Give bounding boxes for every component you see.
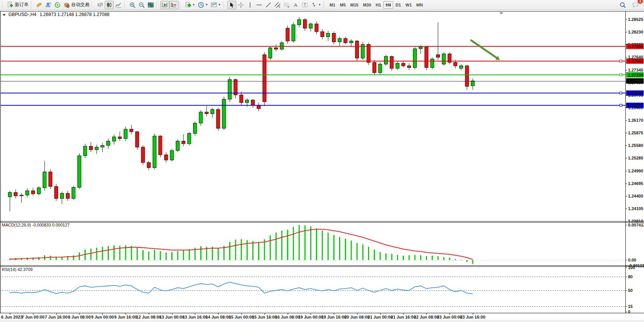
svg-text:1.27230: 1.27230	[628, 73, 643, 77]
channel-icon: E	[274, 2, 281, 8]
arrows-tool-button[interactable]: ▼	[309, 1, 322, 9]
vertical-line-tool-button[interactable]	[245, 1, 255, 9]
svg-text:1.26803: 1.26803	[628, 91, 643, 96]
styler-button[interactable]	[35, 1, 44, 9]
chat-button[interactable]: 1	[631, 1, 640, 9]
bar-chart-icon	[97, 2, 104, 8]
horizontal-line-tool-button[interactable]	[255, 1, 264, 9]
zoom-out-button[interactable]	[137, 1, 146, 9]
chevron-down-icon: ▼	[192, 3, 195, 6]
svg-text:1.24695: 1.24695	[628, 181, 643, 186]
svg-text:0: 0	[628, 309, 630, 314]
indicators-button[interactable]: ▼	[183, 1, 196, 9]
svg-text:1.27088: 1.27088	[628, 79, 643, 83]
search-button[interactable]	[618, 1, 627, 9]
vertical-line-icon	[247, 2, 253, 8]
tab-timeframe-m1[interactable]: M1	[327, 1, 338, 9]
chart-canvas[interactable]: 1.285251.282301.279351.276401.273451.270…	[0, 10, 644, 322]
new-order-button[interactable]: 新订单	[6, 1, 30, 9]
svg-text:1.26517: 1.26517	[628, 103, 643, 108]
svg-text:15: 15	[628, 304, 633, 309]
candlestick-chart-button[interactable]	[105, 1, 114, 9]
toolbar-grip[interactable]	[156, 2, 158, 8]
svg-text:7 Jun 16:00: 7 Jun 16:00	[45, 315, 68, 319]
svg-text:80: 80	[628, 274, 633, 279]
indicators-icon	[185, 2, 191, 8]
svg-text:8 Jun 08:00: 8 Jun 08:00	[68, 315, 91, 319]
svg-text:1.24105: 1.24105	[628, 206, 643, 211]
templates-button[interactable]: ▼	[209, 1, 222, 9]
notification-badge: 1	[638, 0, 643, 4]
svg-text:21 Jun 00:00: 21 Jun 00:00	[368, 315, 393, 319]
text-icon: A	[292, 2, 299, 8]
svg-text:1.26170: 1.26170	[628, 118, 643, 123]
tab-timeframe-m30[interactable]: M30	[361, 1, 373, 9]
chart-shift-button[interactable]	[169, 1, 179, 9]
svg-text:14 Jun 08:00: 14 Jun 08:00	[206, 315, 231, 319]
toolbar-grip[interactable]	[2, 2, 4, 8]
zoom-in-icon	[129, 2, 136, 8]
tab-timeframe-h1[interactable]: H1	[373, 1, 383, 9]
tab-timeframe-m15[interactable]: M15	[348, 1, 360, 9]
new-order-label: 新订单	[15, 2, 29, 8]
chevron-down-icon: ▼	[318, 3, 321, 6]
zoom-in-button[interactable]	[128, 1, 137, 9]
svg-text:F: F	[288, 6, 289, 8]
svg-text:23 Jun 16:00: 23 Jun 16:00	[460, 315, 485, 319]
toolbar-grip[interactable]	[324, 2, 325, 8]
community-button[interactable]	[44, 1, 53, 9]
svg-text:9 Jun 16:00: 9 Jun 16:00	[114, 315, 137, 319]
toolbar-grip[interactable]	[31, 2, 33, 8]
svg-text:0.00: 0.00	[628, 258, 636, 262]
rsi-indicator-label: RSI(14) 42.3709	[2, 267, 33, 272]
svg-text:15 Jun 16:00: 15 Jun 16:00	[252, 315, 277, 319]
crosshair-tool-button[interactable]	[236, 1, 245, 9]
periods-icon	[198, 2, 204, 8]
bar-chart-button[interactable]	[96, 1, 105, 9]
tab-timeframe-mn[interactable]: MN	[414, 1, 425, 9]
auto-scroll-button[interactable]	[160, 1, 169, 9]
svg-text:21 Jun 16:00: 21 Jun 16:00	[391, 315, 416, 319]
line-chart-icon	[115, 2, 122, 8]
svg-text:7 Jun 00:00: 7 Jun 00:00	[22, 315, 45, 319]
channel-tool-button[interactable]: E	[273, 1, 282, 9]
toolbar-grip[interactable]	[92, 2, 94, 8]
svg-text:1.25580: 1.25580	[628, 143, 643, 148]
auto-trading-label: 自动交易	[71, 2, 89, 8]
tab-timeframe-d1[interactable]: D1	[393, 1, 403, 9]
fibonacci-tool-button[interactable]: F	[282, 1, 291, 9]
svg-text:1.28230: 1.28230	[628, 30, 643, 34]
tab-timeframe-h4[interactable]: H4	[383, 1, 393, 9]
toolbar-grip[interactable]	[180, 2, 182, 8]
periods-button[interactable]: ▼	[196, 1, 209, 9]
toolbar-grip[interactable]	[223, 2, 225, 8]
label-tool-button[interactable]: T	[300, 1, 309, 9]
main-toolbar: 新订单 自动交易	[0, 0, 644, 10]
trendline-tool-button[interactable]	[264, 1, 273, 9]
tile-windows-icon	[147, 2, 154, 8]
svg-text:T: T	[304, 3, 306, 7]
tab-timeframe-w1[interactable]: W1	[403, 1, 414, 9]
signals-button[interactable]	[53, 1, 62, 9]
svg-text:1.28525: 1.28525	[628, 17, 643, 22]
svg-text:13 Jun 00:00: 13 Jun 00:00	[159, 315, 185, 319]
svg-text:12 Jun 08:00: 12 Jun 08:00	[136, 315, 161, 319]
signals-icon	[54, 2, 61, 8]
text-tool-button[interactable]: A	[291, 1, 300, 9]
svg-text:50: 50	[628, 288, 633, 293]
toolbar-grip[interactable]	[124, 2, 126, 8]
auto-trading-button[interactable]: 自动交易	[62, 1, 91, 9]
svg-text:1.24400: 1.24400	[628, 194, 643, 198]
label-icon: T	[301, 2, 308, 8]
trendline-icon	[265, 2, 272, 8]
line-chart-button[interactable]	[114, 1, 123, 9]
cursor-tool-button[interactable]	[227, 1, 236, 9]
svg-text:22 Jun 08:00: 22 Jun 08:00	[414, 315, 439, 319]
svg-text:19 Jun 16:00: 19 Jun 16:00	[321, 315, 346, 319]
search-icon	[619, 2, 626, 8]
chart-shift-icon	[171, 2, 177, 8]
tab-timeframe-m5[interactable]: M5	[338, 1, 348, 9]
tile-windows-button[interactable]	[146, 1, 155, 9]
svg-text:13 Jun 16:00: 13 Jun 16:00	[182, 315, 207, 319]
crayon-icon	[36, 2, 43, 8]
